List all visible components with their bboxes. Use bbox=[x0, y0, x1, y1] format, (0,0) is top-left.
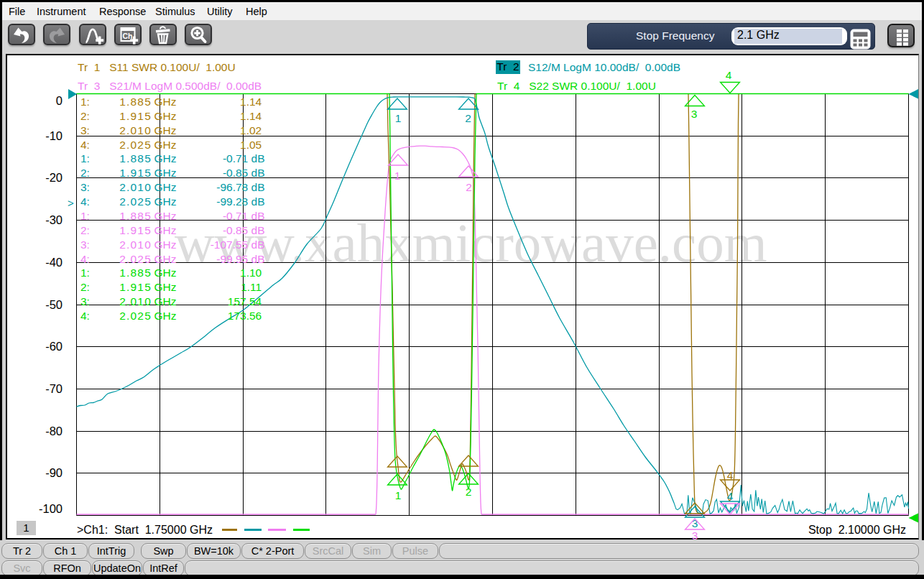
svg-text:1: 1 bbox=[395, 489, 402, 501]
svg-text:4: 4 bbox=[726, 69, 732, 81]
svg-text:3: 3 bbox=[691, 108, 698, 120]
svg-text:1: 1 bbox=[394, 170, 401, 182]
svg-text:4: 4 bbox=[727, 490, 734, 502]
svg-text:2: 2 bbox=[466, 486, 472, 498]
svg-text:4: 4 bbox=[727, 469, 734, 481]
svg-text:2: 2 bbox=[465, 112, 471, 124]
svg-text:3: 3 bbox=[692, 529, 698, 542]
svg-text:1: 1 bbox=[395, 112, 402, 124]
svg-text:2: 2 bbox=[466, 181, 472, 193]
